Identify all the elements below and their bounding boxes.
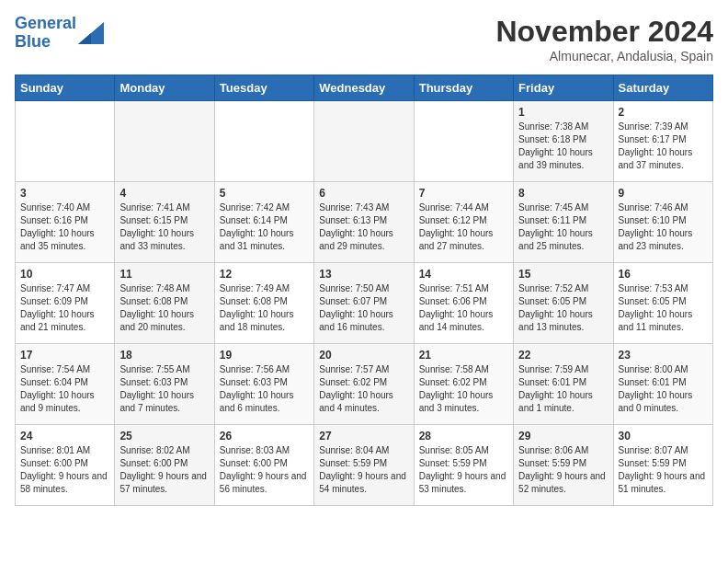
day-number: 10: [20, 268, 109, 281]
calendar-cell: 5Sunrise: 7:42 AMSunset: 6:14 PMDaylight…: [214, 182, 313, 263]
calendar-cell: 4Sunrise: 7:41 AMSunset: 6:15 PMDaylight…: [115, 182, 214, 263]
week-row-2: 3Sunrise: 7:40 AMSunset: 6:16 PMDaylight…: [16, 182, 713, 263]
day-number: 14: [419, 268, 508, 281]
calendar-cell: 16Sunrise: 7:53 AMSunset: 6:05 PMDayligh…: [613, 263, 712, 344]
day-number: 26: [220, 430, 309, 442]
calendar-cell: 20Sunrise: 7:57 AMSunset: 6:02 PMDayligh…: [314, 344, 414, 425]
svg-marker-1: [78, 33, 91, 44]
title-block: November 2024 Almunecar, Andalusia, Spai…: [495, 15, 713, 63]
day-header-tuesday: Tuesday: [214, 75, 313, 101]
calendar-cell: 11Sunrise: 7:48 AMSunset: 6:08 PMDayligh…: [115, 263, 214, 344]
day-header-saturday: Saturday: [613, 75, 712, 101]
calendar-cell: 19Sunrise: 7:56 AMSunset: 6:03 PMDayligh…: [214, 344, 313, 425]
calendar-cell: [115, 101, 214, 182]
day-header-wednesday: Wednesday: [314, 75, 414, 101]
day-number: 18: [119, 349, 209, 362]
day-info: Sunrise: 7:51 AMSunset: 6:06 PMDaylight:…: [419, 282, 508, 334]
day-number: 22: [518, 349, 608, 362]
calendar-cell: 13Sunrise: 7:50 AMSunset: 6:07 PMDayligh…: [314, 263, 414, 344]
day-number: 24: [20, 430, 109, 442]
day-info: Sunrise: 8:06 AMSunset: 5:59 PMDaylight:…: [518, 444, 608, 496]
day-info: Sunrise: 8:01 AMSunset: 6:00 PMDaylight:…: [20, 444, 109, 496]
calendar-cell: 9Sunrise: 7:46 AMSunset: 6:10 PMDaylight…: [613, 182, 712, 263]
day-info: Sunrise: 7:42 AMSunset: 6:14 PMDaylight:…: [220, 201, 309, 253]
calendar-cell: 17Sunrise: 7:54 AMSunset: 6:04 PMDayligh…: [16, 344, 115, 425]
week-row-3: 10Sunrise: 7:47 AMSunset: 6:09 PMDayligh…: [16, 263, 713, 344]
day-number: 1: [518, 106, 608, 119]
day-info: Sunrise: 7:39 AMSunset: 6:17 PMDaylight:…: [619, 121, 708, 172]
calendar-cell: 30Sunrise: 8:07 AMSunset: 5:59 PMDayligh…: [613, 425, 712, 506]
calendar-cell: [414, 101, 513, 182]
calendar-cell: [314, 101, 414, 182]
page-header: GeneralBlue November 2024 Almunecar, And…: [15, 15, 713, 63]
calendar-cell: 3Sunrise: 7:40 AMSunset: 6:16 PMDaylight…: [16, 182, 115, 263]
day-info: Sunrise: 7:49 AMSunset: 6:08 PMDaylight:…: [220, 282, 309, 334]
calendar-cell: 8Sunrise: 7:45 AMSunset: 6:11 PMDaylight…: [514, 182, 613, 263]
header-row: SundayMondayTuesdayWednesdayThursdayFrid…: [16, 75, 713, 101]
calendar-table: SundayMondayTuesdayWednesdayThursdayFrid…: [15, 75, 713, 506]
day-info: Sunrise: 7:41 AMSunset: 6:15 PMDaylight:…: [119, 201, 209, 253]
day-info: Sunrise: 7:45 AMSunset: 6:11 PMDaylight:…: [518, 201, 608, 253]
day-header-thursday: Thursday: [414, 75, 513, 101]
day-number: 2: [619, 106, 708, 119]
day-number: 30: [619, 430, 708, 442]
day-info: Sunrise: 7:47 AMSunset: 6:09 PMDaylight:…: [20, 282, 109, 334]
day-info: Sunrise: 7:38 AMSunset: 6:18 PMDaylight:…: [518, 121, 608, 172]
month-title: November 2024: [495, 15, 713, 49]
calendar-cell: 15Sunrise: 7:52 AMSunset: 6:05 PMDayligh…: [514, 263, 613, 344]
day-info: Sunrise: 7:52 AMSunset: 6:05 PMDaylight:…: [518, 282, 608, 334]
calendar-cell: 21Sunrise: 7:58 AMSunset: 6:02 PMDayligh…: [414, 344, 513, 425]
day-info: Sunrise: 7:43 AMSunset: 6:13 PMDaylight:…: [319, 201, 408, 253]
day-info: Sunrise: 8:02 AMSunset: 6:00 PMDaylight:…: [119, 444, 209, 496]
day-info: Sunrise: 7:58 AMSunset: 6:02 PMDaylight:…: [419, 363, 508, 415]
day-header-friday: Friday: [514, 75, 613, 101]
logo: GeneralBlue: [15, 15, 104, 52]
day-info: Sunrise: 7:40 AMSunset: 6:16 PMDaylight:…: [20, 201, 109, 253]
day-number: 12: [220, 268, 309, 281]
calendar-cell: 28Sunrise: 8:05 AMSunset: 5:59 PMDayligh…: [414, 425, 513, 506]
day-info: Sunrise: 7:46 AMSunset: 6:10 PMDaylight:…: [619, 201, 708, 253]
calendar-cell: 6Sunrise: 7:43 AMSunset: 6:13 PMDaylight…: [314, 182, 414, 263]
calendar-cell: 7Sunrise: 7:44 AMSunset: 6:12 PMDaylight…: [414, 182, 513, 263]
day-header-sunday: Sunday: [16, 75, 115, 101]
calendar-cell: 24Sunrise: 8:01 AMSunset: 6:00 PMDayligh…: [16, 425, 115, 506]
day-info: Sunrise: 7:54 AMSunset: 6:04 PMDaylight:…: [20, 363, 109, 415]
day-info: Sunrise: 7:57 AMSunset: 6:02 PMDaylight:…: [319, 363, 408, 415]
calendar-cell: 22Sunrise: 7:59 AMSunset: 6:01 PMDayligh…: [514, 344, 613, 425]
calendar-cell: [214, 101, 313, 182]
calendar-cell: 27Sunrise: 8:04 AMSunset: 5:59 PMDayligh…: [314, 425, 414, 506]
week-row-1: 1Sunrise: 7:38 AMSunset: 6:18 PMDaylight…: [16, 101, 713, 182]
day-info: Sunrise: 7:50 AMSunset: 6:07 PMDaylight:…: [319, 282, 408, 334]
week-row-5: 24Sunrise: 8:01 AMSunset: 6:00 PMDayligh…: [16, 425, 713, 506]
day-info: Sunrise: 7:59 AMSunset: 6:01 PMDaylight:…: [518, 363, 608, 415]
day-info: Sunrise: 7:44 AMSunset: 6:12 PMDaylight:…: [419, 201, 508, 253]
day-number: 21: [419, 349, 508, 362]
day-number: 20: [319, 349, 408, 362]
calendar-cell: 18Sunrise: 7:55 AMSunset: 6:03 PMDayligh…: [115, 344, 214, 425]
calendar-cell: [16, 101, 115, 182]
day-number: 27: [319, 430, 408, 442]
day-number: 3: [20, 187, 109, 200]
day-info: Sunrise: 8:05 AMSunset: 5:59 PMDaylight:…: [419, 444, 508, 496]
day-number: 23: [619, 349, 708, 362]
calendar-cell: 14Sunrise: 7:51 AMSunset: 6:06 PMDayligh…: [414, 263, 513, 344]
day-number: 25: [119, 430, 209, 442]
day-number: 8: [518, 187, 608, 200]
day-info: Sunrise: 8:07 AMSunset: 5:59 PMDaylight:…: [619, 444, 708, 496]
day-number: 19: [220, 349, 309, 362]
day-info: Sunrise: 7:48 AMSunset: 6:08 PMDaylight:…: [119, 282, 209, 334]
day-number: 29: [518, 430, 608, 442]
day-info: Sunrise: 7:56 AMSunset: 6:03 PMDaylight:…: [220, 363, 309, 415]
day-number: 17: [20, 349, 109, 362]
calendar-cell: 29Sunrise: 8:06 AMSunset: 5:59 PMDayligh…: [514, 425, 613, 506]
day-number: 28: [419, 430, 508, 442]
day-number: 9: [619, 187, 708, 200]
day-number: 15: [518, 268, 608, 281]
day-number: 13: [319, 268, 408, 281]
week-row-4: 17Sunrise: 7:54 AMSunset: 6:04 PMDayligh…: [16, 344, 713, 425]
day-number: 11: [119, 268, 209, 281]
calendar-cell: 12Sunrise: 7:49 AMSunset: 6:08 PMDayligh…: [214, 263, 313, 344]
day-number: 6: [319, 187, 408, 200]
day-number: 5: [220, 187, 309, 200]
calendar-cell: 10Sunrise: 7:47 AMSunset: 6:09 PMDayligh…: [16, 263, 115, 344]
